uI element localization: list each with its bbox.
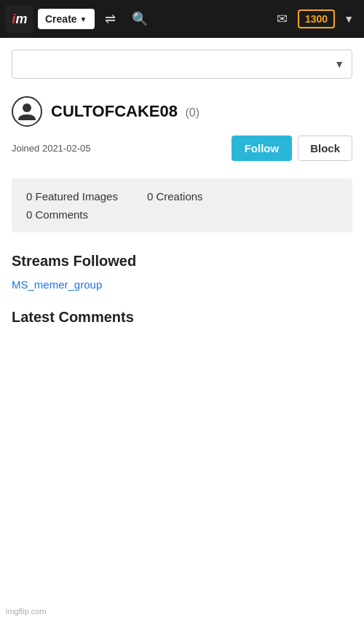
stream-link-ms-memer-group[interactable]: MS_memer_group [12,278,102,291]
stats-row-1: 0 Featured Images 0 Creations [26,190,338,203]
navbar: i m Create ▼ ⇌ 🔍 ✉ 1300 ▼ [0,0,364,38]
watermark: imgflip.com [6,607,47,616]
search-icon: 🔍 [132,11,148,27]
search-container: ▼ [12,50,352,79]
stats-box: 0 Featured Images 0 Creations 0 Comments [12,178,352,232]
block-button[interactable]: Block [298,136,352,161]
avatar [12,96,42,127]
featured-images-stat: 0 Featured Images [26,190,118,203]
create-dropdown-arrow: ▼ [80,15,87,23]
comments-stat: 0 Comments [26,208,88,221]
stats-row-2: 0 Comments [26,208,338,221]
mail-button[interactable]: ✉ [271,7,293,31]
stream-link-label: MS_memer_group [12,278,102,291]
svg-point-0 [23,103,31,112]
search-button[interactable]: 🔍 [126,7,154,31]
latest-comments-title: Latest Comments [12,309,352,326]
streams-section: Streams Followed MS_memer_group [0,247,364,303]
nav-dropdown-arrow: ▼ [344,13,354,25]
profile-section: CULTOFCAKE08 (0) [0,85,364,133]
create-label: Create [45,13,77,25]
streams-title: Streams Followed [12,253,352,270]
create-button[interactable]: Create ▼ [38,9,95,29]
profile-score: (0) [185,106,199,119]
nav-score[interactable]: 1300 [298,9,335,28]
mail-icon: ✉ [277,12,288,26]
profile-actions: Joined 2021-02-05 Follow Block [0,133,364,173]
shuffle-button[interactable]: ⇌ [99,7,122,31]
search-dropdown-arrow: ▼ [334,58,344,70]
logo-m: m [16,12,28,27]
shuffle-icon: ⇌ [105,11,116,27]
search-section: ▼ [0,38,364,85]
follow-button[interactable]: Follow [232,136,293,161]
logo[interactable]: i m [6,5,33,33]
profile-name-container: CULTOFCAKE08 (0) [51,102,199,121]
profile-username: CULTOFCAKE08 [51,102,178,120]
avatar-icon [17,101,37,122]
latest-comments-section: Latest Comments [0,303,364,346]
nav-dropdown-button[interactable]: ▼ [339,9,358,29]
search-input[interactable] [20,58,334,70]
join-date: Joined 2021-02-05 [12,143,90,154]
search-dropdown-button[interactable]: ▼ [334,58,344,70]
creations-stat: 0 Creations [147,190,203,203]
action-buttons: Follow Block [232,136,352,161]
